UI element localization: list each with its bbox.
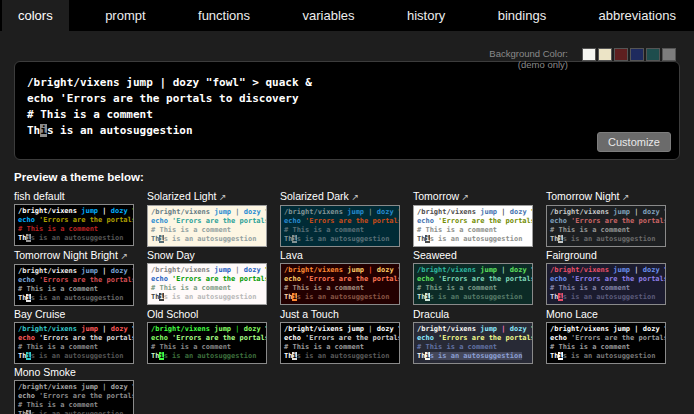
token-comment: # This is a comment xyxy=(27,108,153,121)
tab-abbreviations[interactable]: abbreviations xyxy=(583,0,692,31)
token-path: /bright/vixens xyxy=(18,325,81,333)
external-link-icon[interactable]: ↗ xyxy=(349,192,359,202)
token-comment: # This is a comment xyxy=(284,343,364,351)
theme-card-solarized-light[interactable]: Solarized Light ↗/bright/vixens jump | d… xyxy=(147,190,280,247)
theme-card-solarized-dark[interactable]: Solarized Dark ↗/bright/vixens jump | do… xyxy=(280,190,413,247)
customize-button[interactable]: Customize xyxy=(597,132,671,152)
terminal-line: # This is a comment xyxy=(284,284,396,293)
terminal-line: echo 'Errors are the portals to discover… xyxy=(417,275,529,284)
theme-title: Snow Day xyxy=(147,249,280,261)
background-color-label-line2: (demo only) xyxy=(489,59,568,70)
token-autosuggestion: s is an autosuggestion xyxy=(430,235,523,243)
theme-title: Mono Smoke xyxy=(14,366,147,378)
theme-card-old-school[interactable]: Old School/bright/vixens jump | dozy "fo… xyxy=(147,308,280,364)
terminal-line: # This is a comment xyxy=(417,284,529,293)
theme-title: Bay Cruise xyxy=(14,308,147,320)
terminal-line: This is an autosuggestion xyxy=(417,293,529,302)
token-comment: # This is a comment xyxy=(550,284,630,292)
token-quote: "fowl" xyxy=(394,208,400,216)
external-link-icon[interactable]: ↗ xyxy=(620,192,630,202)
theme-title: Tomorrow Night ↗ xyxy=(546,190,679,203)
token-command: jump xyxy=(81,207,98,215)
terminal-line: # This is a comment xyxy=(18,225,130,234)
background-color-swatch[interactable] xyxy=(582,48,596,61)
token-command: echo xyxy=(151,275,168,283)
token-path: /bright/vixens xyxy=(417,266,480,274)
theme-card-dracula[interactable]: Dracula/bright/vixens jump | dozy "fowl"… xyxy=(413,308,546,364)
theme-card-lava[interactable]: Lava/bright/vixens jump | dozy "fowl" > … xyxy=(280,249,413,306)
theme-preview-terminal: /bright/vixens jump | dozy "fowl" > quac… xyxy=(280,322,400,364)
token-path: /bright/vixens xyxy=(284,266,347,274)
token-text: Th xyxy=(27,124,40,137)
tab-history[interactable]: history xyxy=(391,0,461,31)
token-quote: "fowl" xyxy=(660,325,666,333)
terminal-line: /bright/vixens jump | dozy "fowl" > quac… xyxy=(151,266,263,275)
external-link-icon[interactable]: ↗ xyxy=(459,192,469,202)
tab-colors[interactable]: colors xyxy=(2,0,69,31)
theme-card-just-a-touch[interactable]: Just a Touch/bright/vixens jump | dozy "… xyxy=(280,308,413,364)
theme-title: Tomorrow ↗ xyxy=(413,190,546,203)
token-quote: "fowl" xyxy=(394,325,400,333)
token-command: dozy xyxy=(377,208,394,216)
theme-card-snow-day[interactable]: Snow Day/bright/vixens jump | dozy "fowl… xyxy=(147,249,280,306)
token-path: /bright/vixens xyxy=(417,325,480,333)
token-autosuggestion: s is an autosuggestion xyxy=(563,352,656,360)
terminal-line: This is an autosuggestion xyxy=(151,235,263,244)
external-link-icon[interactable]: ↗ xyxy=(118,251,128,261)
terminal-line: # This is a comment xyxy=(417,226,529,235)
token-command: dozy xyxy=(111,383,128,391)
token-autosuggestion: s is an autosuggestion xyxy=(31,410,124,414)
token-path: /bright/vixens xyxy=(18,383,81,391)
theme-card-fairground[interactable]: Fairground/bright/vixens jump | dozy "fo… xyxy=(546,249,679,306)
token-quote: 'Errors are the portals to discovery xyxy=(168,275,267,283)
theme-card-seaweed[interactable]: Seaweed/bright/vixens jump | dozy "fowl"… xyxy=(413,249,546,306)
theme-card-mono-lace[interactable]: Mono Lace/bright/vixens jump | dozy "fow… xyxy=(546,308,679,364)
tab-variables[interactable]: variables xyxy=(287,0,371,31)
theme-card-tomorrow-night[interactable]: Tomorrow Night ↗/bright/vixens jump | do… xyxy=(546,190,679,247)
background-color-swatch[interactable] xyxy=(646,48,660,61)
token-command: dozy xyxy=(244,266,261,274)
terminal-line: This is an autosuggestion xyxy=(18,410,130,414)
tab-bindings[interactable]: bindings xyxy=(482,0,562,31)
tab-functions[interactable]: functions xyxy=(182,0,266,31)
background-color-swatch[interactable] xyxy=(614,48,628,61)
terminal-line: /bright/vixens jump | dozy "fowl" > quac… xyxy=(284,325,396,334)
terminal-line: # This is a comment xyxy=(151,226,263,235)
terminal-line: This is an autosuggestion xyxy=(151,352,263,361)
token-autosuggestion: s is an autosuggestion xyxy=(297,235,390,243)
theme-preview-terminal: /bright/vixens jump | dozy "fowl" > quac… xyxy=(14,322,134,364)
terminal-line: # This is a comment xyxy=(151,343,263,352)
tab-prompt[interactable]: prompt xyxy=(89,0,161,31)
terminal-line: echo 'Errors are the portals to discover… xyxy=(151,334,263,343)
background-color-swatch[interactable] xyxy=(662,48,676,61)
theme-card-mono-smoke[interactable]: Mono Smoke/bright/vixens jump | dozy "fo… xyxy=(14,366,147,414)
external-link-icon[interactable]: ↗ xyxy=(216,192,226,202)
token-command: echo xyxy=(417,217,434,225)
theme-title: Tomorrow Night Bright ↗ xyxy=(14,249,147,262)
background-color-swatch[interactable] xyxy=(598,48,612,61)
token-quote: 'Errors are the portals to discovery xyxy=(301,275,400,283)
background-color-label: Background Color: (demo only) xyxy=(489,48,568,70)
terminal-line: echo 'Errors are the portals to discover… xyxy=(18,276,130,285)
token-autosuggestion: s is an autosuggestion xyxy=(164,235,257,243)
token-autosuggestion: s is an autosuggestion xyxy=(297,293,390,301)
token-quote: "fowl" xyxy=(261,325,267,333)
terminal-line: This is an autosuggestion xyxy=(550,352,662,361)
terminal-line: # This is a comment xyxy=(550,226,662,235)
token-quote: 'Errors are the portals to discovery xyxy=(301,334,400,342)
token-command: jump xyxy=(347,266,364,274)
background-color-swatch[interactable] xyxy=(630,48,644,61)
terminal-line: # This is a comment xyxy=(550,343,662,352)
theme-title: Lava xyxy=(280,249,413,261)
theme-preview-terminal: /bright/vixens jump | dozy "fowl" > quac… xyxy=(413,263,533,305)
theme-card-tomorrow[interactable]: Tomorrow ↗/bright/vixens jump | dozy "fo… xyxy=(413,190,546,247)
token-command: dozy xyxy=(173,76,200,89)
theme-card-fish-default[interactable]: fish default/bright/vixens jump | dozy "… xyxy=(14,190,147,247)
token-sep: | xyxy=(98,207,111,215)
theme-card-bay-cruise[interactable]: Bay Cruise/bright/vixens jump | dozy "fo… xyxy=(14,308,147,364)
token-command: echo xyxy=(550,275,567,283)
token-path: /bright/vixens xyxy=(550,266,613,274)
token-command: echo xyxy=(151,334,168,342)
terminal-line: echo 'Errors are the portals to discover… xyxy=(284,275,396,284)
theme-card-tomorrow-night-bright[interactable]: Tomorrow Night Bright ↗/bright/vixens ju… xyxy=(14,249,147,306)
